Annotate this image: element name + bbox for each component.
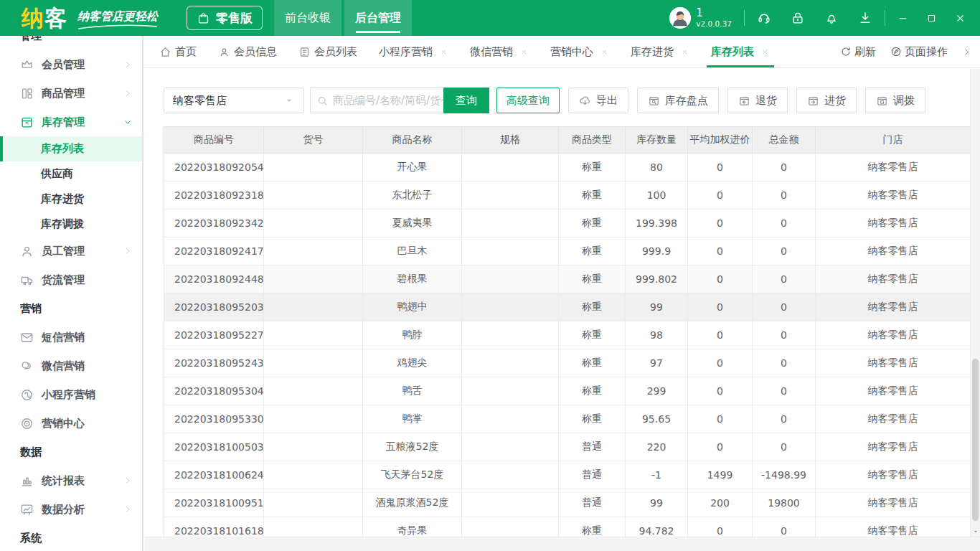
action-button[interactable]: 退货 bbox=[727, 88, 788, 113]
close-tab-icon[interactable] bbox=[519, 47, 529, 57]
sidebar-item-label: 会员管理 bbox=[42, 58, 85, 72]
header-nav-tab-1[interactable]: 后台管理 bbox=[344, 0, 412, 36]
sidebar-item[interactable]: 统计报表 bbox=[0, 466, 142, 495]
advanced-query-button[interactable]: 高级查询 bbox=[496, 88, 560, 113]
sidebar-item[interactable]: 库存管理 bbox=[0, 108, 142, 136]
toolbar-action-buttons: 导出库存盘点退货进货调拨 bbox=[560, 88, 925, 113]
close-button[interactable] bbox=[955, 13, 966, 24]
sidebar-item[interactable]: 会员管理 bbox=[0, 50, 142, 79]
mail-icon bbox=[20, 331, 34, 344]
sidebar-item-label: 营销中心 bbox=[42, 417, 85, 430]
download-icon[interactable] bbox=[858, 11, 872, 25]
sidebar-item[interactable]: 营销中心 bbox=[0, 409, 142, 438]
sidebar-item[interactable]: 数据分析 bbox=[0, 495, 142, 524]
tab-5[interactable]: 营销中心 bbox=[547, 36, 612, 67]
edition-button[interactable]: 零售版 bbox=[187, 6, 263, 30]
table-cell bbox=[264, 433, 363, 461]
table-row[interactable]: 20220318092054开心果称重8000纳客零售店 bbox=[164, 154, 971, 182]
lock-icon[interactable] bbox=[791, 11, 805, 25]
close-tab-icon[interactable] bbox=[439, 47, 448, 57]
sidebar-item[interactable]: 商品管理 bbox=[0, 79, 142, 108]
action-button[interactable]: 导出 bbox=[568, 88, 628, 113]
table-row[interactable]: 20220318092417巴旦木称重999.900纳客零售店 bbox=[164, 237, 971, 265]
table-row[interactable]: 20220318095304鸭舌称重29900纳客零售店 bbox=[164, 377, 971, 405]
table-cell: -1498.99 bbox=[753, 461, 816, 489]
sidebar-item[interactable]: 短信营销 bbox=[0, 323, 142, 352]
table-cell: 0 bbox=[688, 433, 753, 461]
tab-4[interactable]: 微信营销 bbox=[467, 36, 532, 67]
tab-label: 首页 bbox=[175, 45, 197, 59]
sidebar-item[interactable]: 货流管理 bbox=[0, 265, 142, 294]
table-cell: 20220318095243 bbox=[164, 349, 264, 377]
sidebar-subitem[interactable]: 库存调拨 bbox=[0, 212, 142, 237]
store-selector[interactable]: 纳客零售店 bbox=[164, 88, 304, 113]
customer-service-icon[interactable] bbox=[757, 11, 771, 25]
table-row[interactable]: 20220318095243鸡翅尖称重9700纳客零售店 bbox=[164, 349, 971, 377]
close-tab-icon[interactable] bbox=[600, 47, 609, 57]
table-cell: 称重 bbox=[559, 321, 626, 349]
table-cell: 夏威夷果 bbox=[363, 209, 462, 237]
tab-scroll-right-icon[interactable] bbox=[962, 47, 971, 57]
query-button[interactable]: 查询 bbox=[443, 88, 489, 113]
sidebar-subitem[interactable]: 库存列表 bbox=[0, 136, 142, 161]
sidebar: 管理会员管理商品管理库存管理库存列表供应商库存进货库存调拨员工管理货流管理营销短… bbox=[0, 36, 143, 551]
table-row[interactable]: 20220318092448碧根果称重999.80200纳客零售店 bbox=[164, 265, 971, 293]
search-input[interactable] bbox=[333, 94, 443, 107]
tab-label: 会员信息 bbox=[234, 45, 277, 59]
sidebar-item[interactable]: 员工管理 bbox=[0, 237, 142, 265]
table-row[interactable]: 20220318092342夏威夷果称重199.39800纳客零售店 bbox=[164, 209, 971, 237]
action-button[interactable]: 进货 bbox=[796, 88, 857, 113]
horizontal-scrollbar[interactable] bbox=[145, 537, 980, 551]
table-cell: 0 bbox=[688, 321, 753, 349]
notification-bell-icon[interactable] bbox=[824, 11, 839, 25]
sidebar-subitem[interactable]: 库存进货 bbox=[0, 187, 142, 212]
action-button[interactable]: 调拨 bbox=[865, 88, 925, 113]
header-divider bbox=[885, 10, 885, 26]
maximize-button[interactable] bbox=[926, 13, 937, 24]
table-cell: 开心果 bbox=[363, 154, 462, 182]
user-info[interactable]: 1 v2.0.0.37 bbox=[669, 7, 732, 29]
sidebar-item[interactable]: 微信营销 bbox=[0, 352, 142, 380]
table-cell: 0 bbox=[753, 321, 816, 349]
table-cell bbox=[462, 209, 559, 237]
tab-1[interactable]: 会员信息 bbox=[215, 36, 280, 67]
vertical-scrollbar-thumb[interactable] bbox=[972, 359, 979, 521]
table-row[interactable]: 20220318095203鸭翅中称重9900纳客零售店 bbox=[164, 293, 971, 321]
tab-label: 营销中心 bbox=[550, 45, 593, 59]
header-nav-tab-label: 前台收银 bbox=[285, 11, 331, 26]
sidebar-subitem[interactable]: 供应商 bbox=[0, 161, 142, 187]
search-icon bbox=[316, 95, 329, 107]
tab-0[interactable]: 首页 bbox=[156, 36, 199, 67]
minimize-button[interactable] bbox=[897, 13, 908, 24]
close-tab-icon[interactable] bbox=[680, 47, 689, 57]
table-row[interactable]: 20220318092318东北松子称重10000纳客零售店 bbox=[164, 182, 971, 209]
table-cell bbox=[462, 517, 559, 537]
table-cell: 80 bbox=[626, 154, 688, 182]
table-row[interactable]: 20220318100624飞天茅台52度普通-11499-1498.99纳客零… bbox=[164, 461, 971, 489]
sidebar-section-label: 营销 bbox=[0, 294, 142, 323]
table-cell: 纳客零售店 bbox=[816, 182, 971, 209]
refresh-label: 刷新 bbox=[854, 45, 876, 59]
tab-3[interactable]: 小程序营销 bbox=[376, 36, 451, 67]
table-row[interactable]: 20220318100951酒鬼原浆酒52度普通9920019800纳客零售店 bbox=[164, 489, 971, 517]
scroll-down-arrow-icon[interactable] bbox=[973, 529, 979, 534]
table-row[interactable]: 20220318101618奇异果称重94.78200纳客零售店 bbox=[164, 517, 971, 537]
close-tab-icon[interactable] bbox=[760, 47, 770, 57]
tab-7[interactable]: 库存列表 bbox=[708, 36, 773, 67]
vertical-scrollbar[interactable] bbox=[970, 69, 980, 537]
page-operations-icon bbox=[890, 46, 902, 57]
sidebar-item-label: 微信营销 bbox=[42, 359, 85, 373]
tab-6[interactable]: 库存进货 bbox=[628, 36, 692, 67]
table-cell bbox=[462, 154, 559, 182]
table-row[interactable]: 20220318100503五粮液52度普通22000纳客零售店 bbox=[164, 433, 971, 461]
tab-2[interactable]: 会员列表 bbox=[296, 36, 360, 67]
header-nav-tab-0[interactable]: 前台收银 bbox=[274, 0, 341, 36]
refresh-button[interactable]: 刷新 bbox=[840, 45, 876, 59]
caret-down-icon bbox=[283, 95, 295, 106]
sidebar-item[interactable]: 小程序营销 bbox=[0, 380, 142, 409]
table-row[interactable]: 20220318095227鸭脖称重9800纳客零售店 bbox=[164, 321, 971, 349]
table-row[interactable]: 20220318095330鸭掌称重95.6500纳客零售店 bbox=[164, 405, 971, 433]
page-operations-button[interactable]: 页面操作 bbox=[890, 45, 948, 59]
action-button[interactable]: 库存盘点 bbox=[637, 88, 719, 113]
table-cell bbox=[264, 377, 363, 405]
